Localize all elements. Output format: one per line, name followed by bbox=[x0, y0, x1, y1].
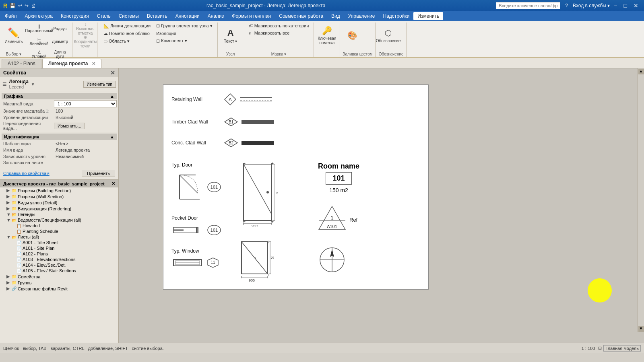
menu-manage[interactable]: Управление bbox=[344, 12, 379, 20]
properties-panel: Свойства ✕ ≡ Легенда Legend ▼ Изменить т… bbox=[0, 68, 118, 180]
symbol-btn[interactable]: ⬡ Обозначение bbox=[379, 23, 398, 48]
radius-btn[interactable]: Радиус bbox=[50, 23, 70, 35]
tree-schedules[interactable]: ▼ 📂 Ведомости/Спецификации (all) bbox=[0, 217, 118, 223]
menu-steel[interactable]: Сталь bbox=[93, 12, 115, 20]
sign-in-btn[interactable]: Вход в службы ▾ bbox=[573, 3, 610, 8]
tab-a102[interactable]: A102 - Plans bbox=[2, 59, 41, 68]
modify-btn[interactable]: ✏️ Изменить bbox=[4, 23, 23, 48]
menu-file[interactable]: Файл bbox=[1, 12, 21, 20]
properties-title: Свойства bbox=[3, 70, 26, 76]
menu-insert[interactable]: Вставить bbox=[143, 12, 171, 20]
pm-header: Диспетчер проекта - rac_basic_sample_pro… bbox=[0, 180, 118, 187]
tree-wall-section[interactable]: ▶ 📁 Разрезы (Wall Section) bbox=[0, 193, 118, 200]
print-btn[interactable]: 🖨 bbox=[31, 3, 36, 8]
keynote-group-label bbox=[317, 56, 336, 56]
tree-detail-views[interactable]: ▶ 📁 Виды узлов (Detail) bbox=[0, 200, 118, 206]
apply-properties-btn[interactable]: Применить bbox=[82, 170, 115, 177]
tree-building-section[interactable]: ▶ 📁 Разрезы (Building Section) bbox=[0, 187, 118, 193]
svg-text:+: + bbox=[243, 219, 246, 224]
close-btn[interactable]: ✕ bbox=[631, 2, 641, 10]
menu-collaborate[interactable]: Совместная работа bbox=[275, 12, 327, 20]
menu-view[interactable]: Вид bbox=[327, 12, 344, 20]
help-properties-link[interactable]: Справка по свойствам bbox=[2, 170, 51, 177]
help-btn[interactable]: ? bbox=[565, 3, 568, 8]
select-group-label[interactable]: Выбор ▾ bbox=[4, 51, 23, 56]
tree-linked-revit[interactable]: ▶ 🔗 Связанные файлы Revit bbox=[0, 286, 118, 292]
menu-analyze[interactable]: Анализ bbox=[204, 12, 228, 20]
insulation-btn[interactable]: Изоляция bbox=[154, 30, 215, 37]
change-type-btn[interactable]: Изменить тип bbox=[83, 81, 116, 88]
component-btn[interactable]: ◻ Компонент ▾ bbox=[154, 37, 215, 44]
retaining-wall-line bbox=[240, 96, 272, 103]
quick-save[interactable]: 💾 bbox=[10, 3, 16, 8]
tree-a103[interactable]: 📄 A103 - Elevations/Sections bbox=[0, 257, 118, 262]
scale-select[interactable]: 1 : 100 bbox=[54, 100, 117, 107]
detail-group-label bbox=[101, 56, 215, 56]
tag-category-btn[interactable]: 🏷 Маркировать по категории bbox=[246, 23, 312, 29]
menu-systems[interactable]: Системы bbox=[115, 12, 143, 20]
section-graphics[interactable]: Графика ▲ bbox=[2, 93, 117, 99]
ribbon-group-select: ✏️ Изменить Выбор ▾ bbox=[2, 23, 26, 57]
tag-group-label[interactable]: Марка ▾ bbox=[246, 51, 312, 56]
tree-families[interactable]: ▶ 📁 Семейства bbox=[0, 274, 118, 280]
menu-massing[interactable]: Формы и генплан bbox=[228, 12, 275, 20]
scale-indicator[interactable]: 1 : 100 bbox=[582, 346, 595, 351]
undo-btn[interactable]: ↩ bbox=[18, 3, 22, 8]
minimize-btn[interactable]: − bbox=[611, 2, 619, 10]
right-scrollbar[interactable]: ▲ ▼ bbox=[638, 68, 644, 332]
diameter-btn[interactable]: Диаметр bbox=[50, 35, 70, 47]
tab-legend-close[interactable]: ✕ bbox=[92, 61, 95, 66]
scroll-up-btn[interactable]: ▲ bbox=[638, 69, 644, 74]
legend-dropdown-arrow[interactable]: ▼ bbox=[31, 82, 35, 86]
spot-elev-btn[interactable]: ↕ Высотная отметка bbox=[76, 23, 95, 35]
menu-addins[interactable]: Надстройки bbox=[379, 12, 414, 20]
sheet-icon: 📄 bbox=[16, 257, 22, 262]
text-btn[interactable]: A Текст ▾ bbox=[221, 23, 240, 48]
tree-a001[interactable]: 📄 A001 - Title Sheet bbox=[0, 240, 118, 245]
tree-legends[interactable]: ▼ 📂 Легенды bbox=[0, 212, 118, 217]
title-bar-left: R 💾 ↩ ↪ 🖨 bbox=[3, 2, 36, 9]
spot-coord-btn[interactable]: ⊕ Координаты точки bbox=[76, 35, 95, 47]
parallel-dim-btn[interactable]: ‖ Параллельный bbox=[29, 23, 49, 35]
tree-a105[interactable]: 📄 A105 - Elev./ Stair Sections bbox=[0, 268, 118, 274]
svg-text:101: 101 bbox=[211, 228, 218, 232]
menu-annotate[interactable]: Аннотации bbox=[171, 12, 204, 20]
views-override-btn[interactable]: Изменить... bbox=[54, 123, 85, 129]
properties-close-btn[interactable]: ✕ bbox=[110, 70, 115, 76]
detail-line-btn[interactable]: 📐 Линия детализации bbox=[101, 23, 153, 29]
detail-level-value: Высокий bbox=[54, 115, 117, 120]
canvas-area[interactable]: Retaining Wall A bbox=[119, 68, 644, 343]
model-select[interactable]: Главная модель bbox=[603, 345, 641, 352]
redo-btn[interactable]: ↪ bbox=[25, 3, 29, 8]
status-icons: ⊞ Главная модель bbox=[598, 345, 641, 352]
tree-rendering[interactable]: ▶ 📁 Визуализация (Rendering) bbox=[0, 206, 118, 212]
search-input[interactable] bbox=[496, 2, 560, 9]
tree-a102[interactable]: 📄 A102 - Plans bbox=[0, 251, 118, 257]
maximize-btn[interactable]: □ bbox=[621, 2, 630, 10]
tab-legend[interactable]: Легенда проекта ✕ bbox=[42, 59, 101, 68]
door-symbol bbox=[171, 171, 204, 203]
tree-sheets[interactable]: ▼ 📂 Листы (all) bbox=[0, 234, 118, 240]
keynote-btn[interactable]: 🔑 Ключевая пометка bbox=[317, 23, 336, 48]
tree-how-do-i[interactable]: 📋 How do I bbox=[0, 223, 118, 228]
color-fill-btn[interactable]: 🎨 bbox=[343, 23, 362, 48]
tree-a101[interactable]: 📄 A101 - Site Plan bbox=[0, 245, 118, 251]
pm-close-btn[interactable]: ✕ bbox=[111, 181, 115, 186]
tree-groups[interactable]: ▶ 📁 Группы bbox=[0, 280, 118, 286]
cloud-btn[interactable]: ☁ Пометочное облако bbox=[101, 30, 153, 37]
menu-construct[interactable]: Конструкция bbox=[57, 12, 93, 20]
svg-text:+: + bbox=[267, 272, 270, 278]
menu-modify[interactable]: Изменить bbox=[413, 12, 443, 20]
linear-dim-btn[interactable]: ⊢ Линейный bbox=[29, 35, 49, 47]
region-btn[interactable]: ▭ Область ▾ bbox=[101, 38, 153, 45]
tree-a104[interactable]: 📄 A104 - Elev./Sec./Det. bbox=[0, 262, 118, 268]
grid-icon[interactable]: ⊞ bbox=[598, 346, 602, 351]
component-group-btn[interactable]: ⊞ Группа элементов узла ▾ bbox=[154, 23, 215, 29]
scroll-down-btn[interactable]: ▼ bbox=[638, 326, 644, 332]
tag-all-btn[interactable]: 🏷 Маркировать все bbox=[246, 30, 312, 36]
room-name-label: Room name bbox=[318, 162, 359, 171]
menu-arch[interactable]: Архитектура bbox=[21, 12, 57, 20]
scale-num-value: 100 bbox=[54, 108, 117, 114]
section-identity[interactable]: Идентификация ▲ bbox=[2, 134, 117, 140]
tree-planting[interactable]: 📋 Planting Schedule bbox=[0, 228, 118, 234]
